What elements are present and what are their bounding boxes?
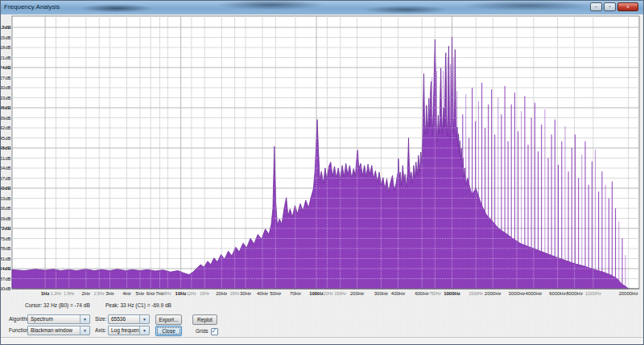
x-tick-label: 3000Hz: [509, 291, 526, 296]
y-tick-label: -81dB: [1, 257, 11, 261]
y-tick-label: -60dB: [1, 186, 11, 191]
x-tick-label: 50Hz: [270, 291, 281, 296]
size-label: Size:: [95, 314, 106, 324]
y-tick-label: -21dB: [1, 55, 11, 60]
x-tick-label: 8000Hz: [566, 291, 583, 296]
algorithm-select[interactable]: Spectrum ▼: [27, 314, 90, 324]
x-tick-label: 2Hz: [81, 291, 90, 296]
x-tick-label: 2000Hz: [485, 291, 502, 296]
x-tick-label: 5Hz: [136, 291, 145, 296]
y-tick-label: -24dB: [1, 65, 11, 70]
y-tick-label: -30dB: [1, 85, 11, 90]
x-tick-label: 400Hz: [391, 291, 405, 296]
chevron-down-icon: ▼: [139, 315, 149, 323]
spectrum-plot[interactable]: -12dB-15dB-18dB-21dB-24dB-27dB-30dB-33dB…: [1, 1, 644, 302]
y-tick-label: -78dB: [1, 246, 11, 251]
y-tick-label: -66dB: [1, 206, 11, 211]
x-tick-label: 1500Hz: [469, 291, 484, 296]
x-tick-label: 30Hz: [240, 291, 251, 296]
x-tick-label: 7Hz: [155, 291, 164, 296]
axis-select[interactable]: Log frequency ▼: [108, 326, 150, 335]
chevron-down-icon: ▼: [80, 327, 89, 335]
check-icon: ✓: [212, 327, 217, 335]
x-tick-label: 20000Hz: [619, 291, 638, 296]
x-tick-label: 70Hz: [290, 291, 301, 296]
x-tick-label: 25Hz: [230, 291, 240, 296]
algorithm-value: Spectrum: [31, 316, 53, 322]
grids-label: Grids: [196, 328, 208, 334]
function-select[interactable]: Blackman window ▼: [27, 326, 90, 335]
y-tick-label: -12dB: [1, 25, 11, 30]
replot-button[interactable]: Replot: [192, 314, 217, 325]
x-tick-label: 600Hz: [415, 291, 428, 296]
y-tick-label: -69dB: [1, 216, 11, 221]
x-tick-label: 1.5Hz: [64, 291, 75, 296]
peak-readout: Peak: 33 Hz (C1) = -69.9 dB: [105, 302, 171, 308]
y-tick-label: -63dB: [1, 196, 11, 201]
x-tick-label: 6Hz: [147, 291, 155, 296]
window-bottom-strip: [1, 337, 643, 345]
x-tick-label: 120Hz: [321, 291, 333, 296]
frequency-analysis-window: Frequency Analysis – ▫ x -12dB-15dB-18dB…: [0, 0, 644, 345]
x-tick-label: 4Hz: [122, 291, 131, 296]
y-tick-label: -15dB: [1, 35, 11, 40]
chevron-down-icon: ▼: [139, 327, 149, 335]
y-tick-label: -18dB: [1, 45, 11, 50]
function-value: Blackman window: [31, 327, 72, 333]
size-select[interactable]: 65536 ▼: [108, 314, 150, 324]
x-tick-label: 300Hz: [374, 291, 388, 296]
x-tick-label: 8Hz: [164, 291, 171, 296]
x-tick-label: 750Hz: [429, 291, 441, 296]
x-tick-label: 1000Hz: [444, 291, 460, 296]
close-button[interactable]: Close: [155, 326, 182, 336]
status-line: Cursor: 32 Hz (B0) = -74 dB Peak: 33 Hz …: [1, 302, 644, 310]
x-tick-label: 150Hz: [334, 291, 346, 296]
y-tick-label: -75dB: [1, 236, 11, 241]
size-value: 65536: [111, 316, 126, 322]
grids-checkbox[interactable]: ✓: [211, 328, 218, 335]
x-tick-label: 40Hz: [257, 291, 268, 296]
y-tick-label: -84dB: [1, 266, 11, 271]
y-tick-label: -51dB: [1, 156, 11, 161]
y-tick-label: -36dB: [1, 105, 11, 110]
y-tick-label: -33dB: [1, 96, 11, 101]
grids-control: Grids✓: [196, 327, 218, 335]
x-tick-label: 4000Hz: [526, 291, 543, 296]
x-tick-label: 15Hz: [200, 291, 209, 296]
y-tick-label: -72dB: [1, 226, 11, 231]
y-tick-label: -54dB: [1, 166, 11, 170]
x-tick-label: 10Hz: [175, 291, 187, 296]
axis-label: Axis:: [95, 326, 106, 335]
y-tick-label: -39dB: [1, 116, 11, 121]
x-tick-label: 12Hz: [187, 291, 196, 296]
cursor-readout: Cursor: 32 Hz (B0) = -74 dB: [25, 302, 90, 308]
x-tick-label: 1Hz: [41, 291, 50, 296]
y-tick-label: -45dB: [1, 136, 11, 141]
x-tick-label: 6000Hz: [549, 291, 566, 296]
x-tick-label: 2.5Hz: [94, 291, 105, 296]
y-tick-label: -42dB: [1, 125, 11, 130]
export-button[interactable]: Export...: [155, 314, 182, 325]
x-tick-label: 20Hz: [216, 291, 227, 296]
chevron-down-icon: ▼: [80, 315, 89, 323]
y-tick-label: -90dB: [1, 286, 11, 291]
x-tick-label: 3Hz: [105, 291, 114, 296]
y-tick-label: -48dB: [1, 146, 11, 150]
x-tick-label: 200Hz: [350, 291, 364, 296]
x-tick-label: 11000Hz: [585, 291, 601, 296]
y-tick-label: -27dB: [1, 76, 11, 80]
y-tick-label: -87dB: [1, 277, 11, 281]
y-tick-label: -57dB: [1, 176, 11, 181]
x-tick-label: 1.2Hz: [51, 291, 62, 296]
